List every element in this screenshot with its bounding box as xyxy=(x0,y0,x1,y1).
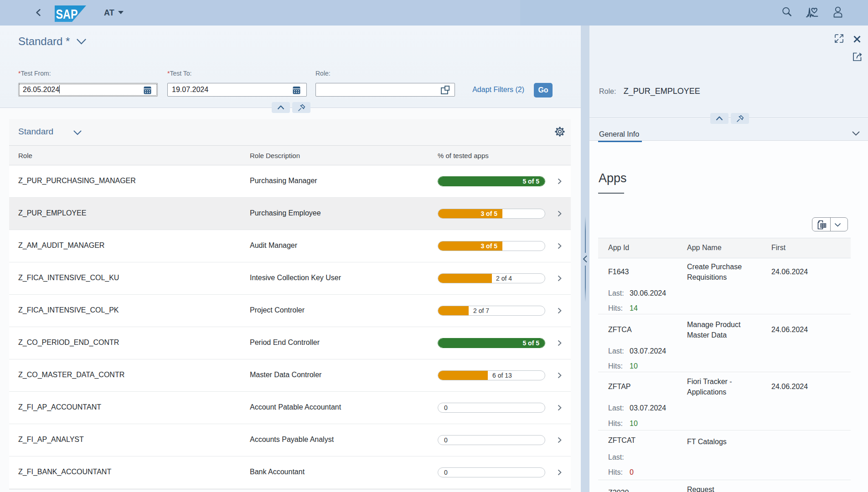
svg-text:SAP: SAP xyxy=(56,6,78,21)
